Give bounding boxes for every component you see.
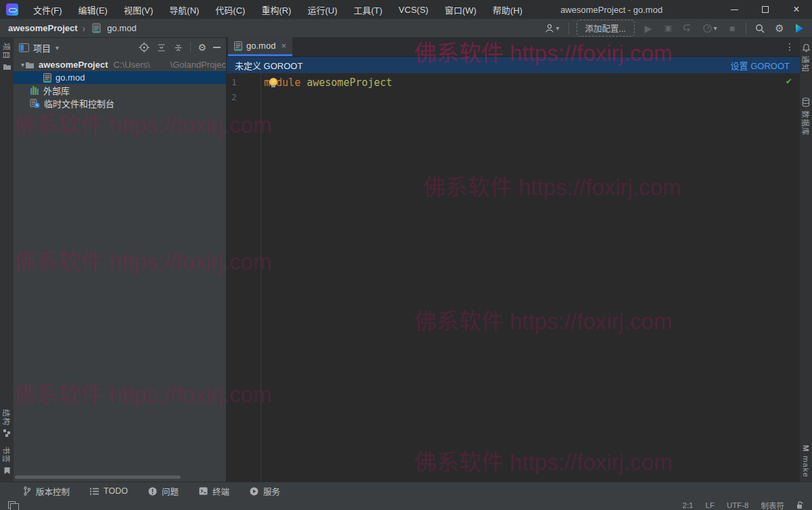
intention-lightbulb-icon[interactable] bbox=[269, 78, 277, 86]
file-encoding[interactable]: UTF-8 bbox=[727, 501, 749, 509]
gomod-file-icon bbox=[43, 73, 51, 83]
project-panel-header: 项目 ▾ ⚙ bbox=[14, 38, 226, 57]
right-tool-stripe: 通知 数据库 M make bbox=[800, 38, 812, 482]
project-root-name: awesomeProject bbox=[39, 60, 108, 70]
minimize-icon bbox=[731, 9, 738, 10]
menu-refactor[interactable]: 重构(R) bbox=[254, 1, 298, 19]
folder-icon bbox=[3, 63, 12, 70]
run-with-coverage-icon[interactable] bbox=[681, 22, 694, 35]
collapse-all-icon[interactable] bbox=[173, 43, 183, 53]
stripe-make-button[interactable]: M make bbox=[802, 445, 810, 477]
stripe-structure-label: 结构 bbox=[1, 409, 12, 426]
goland-app-icon[interactable] bbox=[6, 3, 18, 16]
tab-gomod[interactable]: go.mod × bbox=[228, 37, 292, 56]
horizontal-scrollbar[interactable] bbox=[15, 475, 181, 479]
search-everywhere-icon[interactable] bbox=[754, 22, 766, 35]
stripe-make-label: make bbox=[802, 456, 810, 477]
bell-icon bbox=[802, 43, 811, 52]
inspection-ok-icon[interactable]: ✔ bbox=[786, 75, 792, 86]
select-opened-file-icon[interactable] bbox=[139, 42, 150, 53]
tool-window-switcher-icon[interactable] bbox=[8, 501, 16, 509]
menu-run[interactable]: 运行(U) bbox=[300, 1, 344, 19]
tree-row-external-libraries[interactable]: 外部库 bbox=[14, 84, 226, 97]
stripe-project-button[interactable]: 项目 bbox=[1, 43, 12, 70]
stripe-bookmarks-button[interactable]: 书签 bbox=[1, 446, 12, 475]
bookmark-icon bbox=[3, 467, 11, 475]
terminal-icon bbox=[199, 487, 208, 495]
more-options-icon[interactable]: ⋮ bbox=[785, 41, 794, 52]
goroot-banner: 未定义 GOROOT 设置 GOROOT bbox=[227, 57, 800, 73]
chevron-down-icon: ▾ bbox=[713, 24, 717, 32]
menu-vcs[interactable]: VCS(S) bbox=[392, 2, 435, 18]
menu-edit[interactable]: 编辑(E) bbox=[72, 1, 114, 19]
editor-area: go.mod × ⋮ 未定义 GOROOT 设置 GOROOT 1 module… bbox=[227, 38, 800, 482]
services-icon bbox=[250, 487, 258, 496]
code-editor[interactable]: 1 module awesomeProject 2 ✔ bbox=[227, 73, 800, 482]
menu-file[interactable]: 文件(F) bbox=[26, 1, 69, 19]
problems-icon bbox=[148, 487, 157, 496]
menu-help[interactable]: 帮助(H) bbox=[486, 1, 529, 19]
menu-code[interactable]: 代码(C) bbox=[208, 1, 252, 19]
toolwindow-label: 服务 bbox=[263, 485, 280, 498]
setup-goroot-link[interactable]: 设置 GOROOT bbox=[731, 59, 790, 72]
breadcrumb-file[interactable]: go.mod bbox=[107, 23, 136, 33]
tree-gomod-label: go.mod bbox=[55, 72, 85, 83]
toolbar-divider bbox=[568, 22, 569, 35]
tree-row-project-root[interactable]: ▾ awesomeProject C:\Users\ \GolandProjec bbox=[14, 58, 226, 71]
menu-window[interactable]: 窗口(W) bbox=[438, 1, 483, 19]
menu-view[interactable]: 视图(V) bbox=[117, 1, 160, 19]
menu-tools[interactable]: 工具(T) bbox=[346, 1, 389, 19]
stripe-structure-button[interactable]: 结构 bbox=[1, 409, 12, 437]
toolwindow-problems[interactable]: 问题 bbox=[148, 485, 179, 498]
toolwindow-version-control[interactable]: 版本控制 bbox=[23, 485, 70, 498]
toolwindow-terminal[interactable]: 终端 bbox=[199, 485, 229, 498]
toolwindow-services[interactable]: 服务 bbox=[250, 485, 280, 498]
tree-row-gomod[interactable]: go.mod bbox=[14, 71, 226, 84]
project-view-selector[interactable]: 项目 ▾ bbox=[19, 41, 59, 54]
main-menu: 文件(F) 编辑(E) 视图(V) 导航(N) 代码(C) 重构(R) 运行(U… bbox=[26, 1, 529, 19]
project-panel-title: 项目 bbox=[33, 41, 51, 54]
panel-options-gear-icon[interactable]: ⚙ bbox=[198, 42, 206, 53]
minimize-button[interactable] bbox=[719, 0, 750, 19]
expand-all-icon[interactable] bbox=[156, 43, 166, 53]
tree-chevron-icon[interactable]: ▾ bbox=[20, 61, 25, 68]
stripe-notifications-button[interactable]: 通知 bbox=[800, 43, 811, 72]
line-separator[interactable]: LF bbox=[705, 501, 714, 509]
status-bar: 2:1 LF UTF-8 制表符 bbox=[0, 500, 812, 510]
debug-bug-icon[interactable] bbox=[662, 22, 674, 35]
profiler-icon[interactable]: ▾ bbox=[701, 22, 719, 35]
indent-style[interactable]: 制表符 bbox=[761, 500, 785, 510]
tab-label: go.mod bbox=[246, 41, 275, 51]
goland-logo-icon[interactable] bbox=[793, 22, 805, 35]
toolwindow-label: 问题 bbox=[162, 485, 179, 498]
stripe-project-label: 项目 bbox=[1, 43, 12, 60]
toolwindow-todo[interactable]: TODO bbox=[90, 486, 128, 496]
title-bar: 文件(F) 编辑(E) 视图(V) 导航(N) 代码(C) 重构(R) 运行(U… bbox=[0, 0, 812, 19]
project-root-path-prefix: C:\Users\ bbox=[114, 60, 150, 70]
menu-navigate[interactable]: 导航(N) bbox=[162, 1, 206, 19]
close-icon: × bbox=[793, 4, 799, 15]
close-button[interactable]: × bbox=[781, 0, 812, 19]
caret-position[interactable]: 2:1 bbox=[682, 501, 693, 509]
stripe-database-button[interactable]: 数据库 bbox=[800, 98, 811, 136]
tree-row-scratches[interactable]: 临时文件和控制台 bbox=[14, 97, 226, 110]
project-tool-window: 项目 ▾ ⚙ ▾ bbox=[14, 38, 227, 482]
readonly-lock-icon[interactable] bbox=[796, 501, 804, 509]
breadcrumb-project[interactable]: awesomeProject bbox=[8, 23, 78, 33]
window-title: awesomeProject - go.mod bbox=[560, 5, 662, 15]
tab-close-icon[interactable]: × bbox=[281, 41, 286, 51]
tool-window-icon bbox=[19, 43, 29, 52]
structure-icon bbox=[3, 429, 11, 437]
user-account-icon[interactable]: ▾ bbox=[543, 22, 561, 35]
stop-button[interactable]: ■ bbox=[726, 22, 738, 35]
run-button[interactable]: ▶ bbox=[642, 22, 654, 35]
settings-gear-icon[interactable]: ⚙ bbox=[773, 22, 786, 35]
hide-panel-icon[interactable] bbox=[213, 47, 221, 48]
scratches-icon bbox=[30, 99, 40, 108]
toolbar-divider bbox=[746, 22, 746, 35]
banner-message: 未定义 GOROOT bbox=[235, 59, 302, 72]
add-configuration-button[interactable]: 添加配置... bbox=[577, 20, 635, 37]
window-controls: × bbox=[719, 0, 812, 19]
folder-icon bbox=[25, 61, 35, 69]
maximize-button[interactable] bbox=[750, 0, 781, 19]
